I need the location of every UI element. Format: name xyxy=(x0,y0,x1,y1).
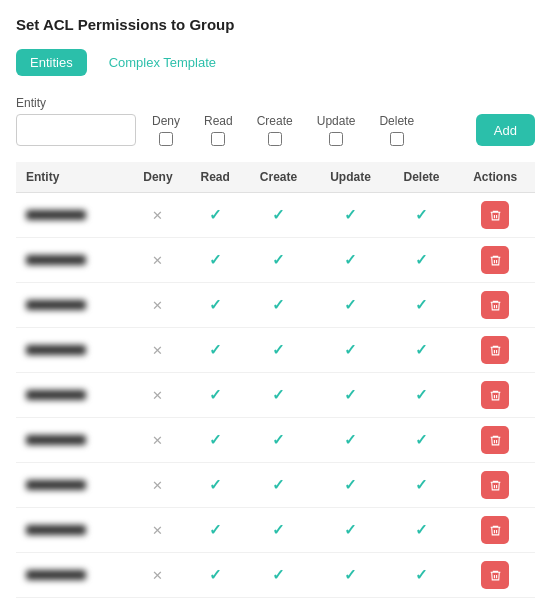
create-checkbox[interactable] xyxy=(268,132,282,146)
delete-check-icon: ✓ xyxy=(415,206,428,223)
update-checkbox[interactable] xyxy=(329,132,343,146)
table-row: Row4✕✓✓✓✓ xyxy=(16,328,535,373)
cell-create: ✓ xyxy=(244,193,313,238)
read-checkbox[interactable] xyxy=(211,132,225,146)
tab-entities[interactable]: Entities xyxy=(16,49,87,76)
cell-deny: ✕ xyxy=(129,373,186,418)
table-row: Row2✕✓✓✓✓ xyxy=(16,238,535,283)
create-check-icon: ✓ xyxy=(272,476,285,493)
create-checkbox-group: Create xyxy=(257,114,293,146)
delete-checkbox[interactable] xyxy=(390,132,404,146)
deny-checkbox[interactable] xyxy=(159,132,173,146)
cell-read: ✓ xyxy=(187,328,244,373)
cell-actions xyxy=(455,463,535,508)
trash-icon xyxy=(489,524,502,537)
read-check-icon: ✓ xyxy=(209,206,222,223)
delete-check-icon: ✓ xyxy=(415,476,428,493)
update-check-icon: ✓ xyxy=(344,206,357,223)
delete-row-button[interactable] xyxy=(481,291,509,319)
cell-create: ✓ xyxy=(244,553,313,598)
col-actions: Actions xyxy=(455,162,535,193)
table-row: Row3✕✓✓✓✓ xyxy=(16,283,535,328)
cell-delete: ✓ xyxy=(388,373,455,418)
update-check-icon: ✓ xyxy=(344,296,357,313)
cell-update: ✓ xyxy=(313,283,388,328)
trash-icon xyxy=(489,254,502,267)
cell-read: ✓ xyxy=(187,463,244,508)
cell-create: ✓ xyxy=(244,373,313,418)
deny-icon: ✕ xyxy=(152,388,163,403)
permissions-table: Entity Deny Read Create Update Delete Ac… xyxy=(16,162,535,598)
entity-name: Row9 xyxy=(26,570,86,580)
tab-complex-template[interactable]: Complex Template xyxy=(95,49,230,76)
cell-actions xyxy=(455,508,535,553)
read-check-icon: ✓ xyxy=(209,386,222,403)
delete-row-button[interactable] xyxy=(481,426,509,454)
update-check-icon: ✓ xyxy=(344,476,357,493)
create-check-icon: ✓ xyxy=(272,341,285,358)
delete-checkbox-group: Delete xyxy=(379,114,414,146)
entity-name: Row2 xyxy=(26,255,86,265)
read-check-icon: ✓ xyxy=(209,296,222,313)
delete-row-button[interactable] xyxy=(481,516,509,544)
tabs-container: Entities Complex Template xyxy=(16,49,535,76)
cell-entity: Row6 xyxy=(16,418,129,463)
cell-create: ✓ xyxy=(244,283,313,328)
cell-entity: Row3 xyxy=(16,283,129,328)
cell-update: ✓ xyxy=(313,418,388,463)
entity-input[interactable] xyxy=(16,114,136,146)
delete-row-button[interactable] xyxy=(481,201,509,229)
entity-name: Row8 xyxy=(26,525,86,535)
table-row: Row8✕✓✓✓✓ xyxy=(16,508,535,553)
entity-name: Row7 xyxy=(26,480,86,490)
delete-row-button[interactable] xyxy=(481,246,509,274)
delete-row-button[interactable] xyxy=(481,471,509,499)
trash-icon xyxy=(489,299,502,312)
update-check-icon: ✓ xyxy=(344,566,357,583)
trash-icon xyxy=(489,569,502,582)
col-create: Create xyxy=(244,162,313,193)
cell-read: ✓ xyxy=(187,508,244,553)
cell-actions xyxy=(455,328,535,373)
cell-delete: ✓ xyxy=(388,553,455,598)
cell-actions xyxy=(455,238,535,283)
read-check-icon: ✓ xyxy=(209,251,222,268)
col-deny: Deny xyxy=(129,162,186,193)
delete-row-button[interactable] xyxy=(481,561,509,589)
cell-deny: ✕ xyxy=(129,193,186,238)
create-label: Create xyxy=(257,114,293,128)
add-button[interactable]: Add xyxy=(476,114,535,146)
cell-entity: Row1 xyxy=(16,193,129,238)
update-check-icon: ✓ xyxy=(344,341,357,358)
cell-update: ✓ xyxy=(313,373,388,418)
read-checkbox-group: Read xyxy=(204,114,233,146)
update-check-icon: ✓ xyxy=(344,386,357,403)
cell-update: ✓ xyxy=(313,328,388,373)
entity-name: Row3 xyxy=(26,300,86,310)
update-check-icon: ✓ xyxy=(344,521,357,538)
cell-delete: ✓ xyxy=(388,283,455,328)
cell-create: ✓ xyxy=(244,418,313,463)
cell-read: ✓ xyxy=(187,193,244,238)
cell-update: ✓ xyxy=(313,238,388,283)
table-row: Row9✕✓✓✓✓ xyxy=(16,553,535,598)
update-checkbox-group: Update xyxy=(317,114,356,146)
cell-update: ✓ xyxy=(313,463,388,508)
cell-actions xyxy=(455,418,535,463)
cell-deny: ✕ xyxy=(129,238,186,283)
entity-name: Row4 xyxy=(26,345,86,355)
trash-icon xyxy=(489,434,502,447)
read-check-icon: ✓ xyxy=(209,566,222,583)
delete-check-icon: ✓ xyxy=(415,341,428,358)
cell-create: ✓ xyxy=(244,508,313,553)
deny-label: Deny xyxy=(152,114,180,128)
cell-actions xyxy=(455,193,535,238)
cell-deny: ✕ xyxy=(129,283,186,328)
delete-row-button[interactable] xyxy=(481,336,509,364)
cell-update: ✓ xyxy=(313,193,388,238)
create-check-icon: ✓ xyxy=(272,251,285,268)
col-delete: Delete xyxy=(388,162,455,193)
delete-row-button[interactable] xyxy=(481,381,509,409)
cell-actions xyxy=(455,553,535,598)
form-row: Entity Deny Read Create Update Delete Ad… xyxy=(16,96,535,146)
